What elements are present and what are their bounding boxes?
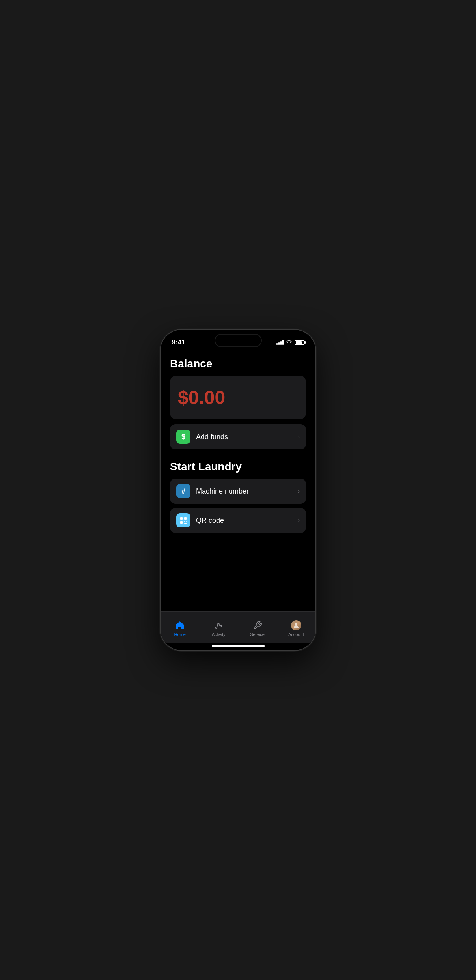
home-indicator bbox=[212, 645, 265, 647]
machine-number-icon: # bbox=[176, 484, 190, 498]
account-avatar bbox=[291, 620, 301, 630]
tab-home-label: Home bbox=[174, 632, 185, 637]
svg-rect-0 bbox=[180, 517, 183, 520]
activity-tab-icon bbox=[213, 620, 224, 630]
svg-point-11 bbox=[295, 623, 297, 625]
tab-service[interactable]: Service bbox=[238, 620, 277, 637]
tab-home[interactable]: Home bbox=[161, 620, 199, 637]
qr-code-button[interactable]: QR code › bbox=[170, 508, 306, 533]
tab-activity-label: Activity bbox=[212, 632, 226, 637]
qr-chevron: › bbox=[298, 517, 300, 524]
service-tab-icon bbox=[252, 620, 263, 630]
wifi-icon bbox=[286, 340, 292, 346]
svg-rect-5 bbox=[184, 523, 187, 524]
tab-account[interactable]: Account bbox=[277, 620, 315, 637]
svg-line-9 bbox=[217, 625, 218, 627]
balance-title: Balance bbox=[170, 357, 306, 370]
machine-number-label: Machine number bbox=[196, 487, 292, 496]
phone-frame: 9:41 bbox=[161, 330, 315, 650]
add-funds-button[interactable]: $ Add funds › bbox=[170, 424, 306, 449]
qr-code-icon bbox=[176, 513, 190, 527]
add-funds-chevron: › bbox=[298, 433, 300, 440]
main-content: Balance $0.00 $ Add funds › Start Laundr… bbox=[161, 350, 315, 611]
dynamic-island bbox=[215, 334, 262, 347]
machine-chevron: › bbox=[298, 488, 300, 495]
add-funds-label: Add funds bbox=[196, 433, 292, 441]
account-tab-icon bbox=[291, 620, 301, 630]
status-time: 9:41 bbox=[172, 339, 185, 346]
tab-activity[interactable]: Activity bbox=[199, 620, 238, 637]
laundry-title: Start Laundry bbox=[170, 460, 306, 473]
phone-screen: 9:41 bbox=[161, 330, 315, 650]
qr-code-label: QR code bbox=[196, 516, 292, 525]
svg-rect-3 bbox=[184, 521, 185, 522]
balance-amount: $0.00 bbox=[178, 387, 225, 408]
battery-icon bbox=[295, 340, 304, 345]
tab-bar: Home Activity bbox=[161, 611, 315, 643]
add-funds-icon: $ bbox=[176, 430, 190, 444]
svg-rect-1 bbox=[184, 517, 187, 520]
svg-rect-2 bbox=[180, 521, 183, 524]
balance-card: $0.00 bbox=[170, 376, 306, 419]
tab-service-label: Service bbox=[250, 632, 265, 637]
home-tab-icon bbox=[175, 620, 185, 630]
signal-icon bbox=[276, 340, 284, 345]
status-icons bbox=[276, 340, 304, 346]
tab-account-label: Account bbox=[288, 632, 304, 637]
svg-line-10 bbox=[219, 625, 220, 626]
machine-number-button[interactable]: # Machine number › bbox=[170, 479, 306, 504]
svg-rect-4 bbox=[186, 521, 187, 522]
